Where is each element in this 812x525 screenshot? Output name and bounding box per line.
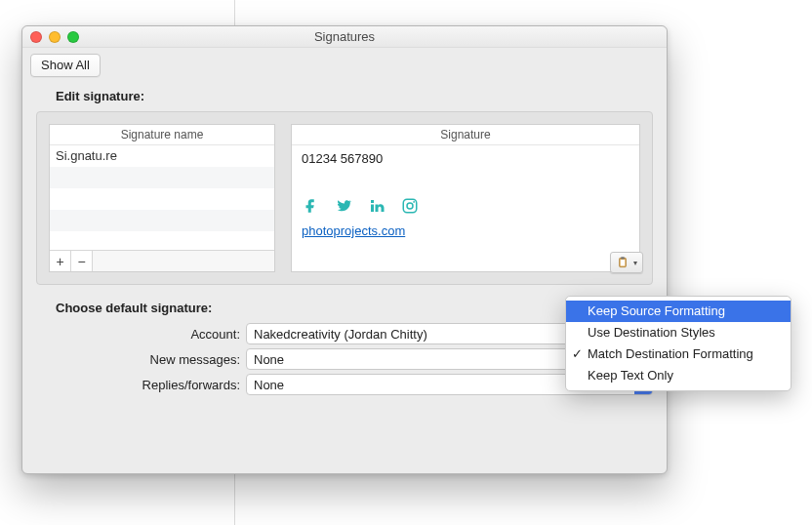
chevron-down-icon: ▾ bbox=[633, 259, 637, 267]
signature-preview-header: Signature bbox=[292, 125, 639, 145]
signature-body[interactable]: 01234 567890 bbox=[292, 145, 639, 271]
svg-rect-5 bbox=[621, 257, 625, 259]
new-messages-row: New messages: None bbox=[36, 348, 653, 370]
toolbar: Show All bbox=[22, 48, 667, 87]
replies-value: None bbox=[254, 378, 284, 392]
add-signature-button[interactable]: + bbox=[50, 251, 71, 271]
account-label: Account: bbox=[36, 327, 246, 342]
show-all-button[interactable]: Show All bbox=[30, 54, 101, 77]
paste-options-button[interactable]: ▾ bbox=[610, 252, 643, 273]
paste-options-menu: Keep Source Formatting Use Destination S… bbox=[565, 296, 792, 391]
linkedin-icon[interactable] bbox=[368, 197, 386, 218]
instagram-icon[interactable] bbox=[401, 197, 419, 218]
choose-default-section: Choose default signature: Account: Naked… bbox=[36, 301, 653, 395]
preferences-window: Signatures Show All Edit signature: Sign… bbox=[21, 25, 668, 474]
replies-row: Replies/forwards: None bbox=[36, 374, 653, 395]
remove-signature-button[interactable]: − bbox=[71, 251, 93, 271]
signature-list: Signature name Si.gnatu.re + − bbox=[49, 124, 275, 272]
account-row: Account: Nakedcreativity (Jordan Chitty) bbox=[36, 323, 653, 344]
menu-item-keep-text-only[interactable]: Keep Text Only bbox=[566, 365, 791, 386]
menu-item-keep-source-formatting[interactable]: Keep Source Formatting bbox=[566, 301, 791, 322]
menu-item-use-destination-styles[interactable]: Use Destination Styles bbox=[566, 322, 791, 343]
svg-point-2 bbox=[413, 201, 415, 203]
signature-list-body[interactable]: Si.gnatu.re bbox=[50, 145, 274, 250]
menu-item-match-destination-formatting[interactable]: ✓ Match Destination Formatting bbox=[566, 343, 791, 365]
menu-item-label: Match Destination Formatting bbox=[588, 346, 753, 361]
check-icon: ✓ bbox=[572, 345, 583, 363]
signature-list-header: Signature name bbox=[50, 125, 274, 145]
signature-phone: 01234 567890 bbox=[302, 151, 629, 166]
menu-item-label: Keep Text Only bbox=[588, 368, 673, 383]
svg-point-1 bbox=[407, 203, 413, 209]
signature-list-footer: + − bbox=[50, 250, 274, 271]
new-messages-value: None bbox=[254, 352, 284, 367]
account-value: Nakedcreativity (Jordan Chitty) bbox=[254, 327, 427, 342]
choose-default-heading: Choose default signature: bbox=[56, 301, 653, 315]
social-icons-row bbox=[302, 197, 629, 218]
facebook-icon[interactable] bbox=[302, 197, 319, 218]
svg-rect-4 bbox=[621, 260, 626, 265]
twitter-icon[interactable] bbox=[335, 197, 352, 218]
menu-item-label: Keep Source Formatting bbox=[588, 303, 725, 318]
edit-signature-panel: Signature name Si.gnatu.re + − Signature… bbox=[36, 111, 653, 285]
edit-signature-heading: Edit signature: bbox=[56, 89, 653, 103]
signature-list-item[interactable]: Si.gnatu.re bbox=[50, 145, 274, 167]
titlebar: Signatures bbox=[22, 26, 667, 48]
menu-item-label: Use Destination Styles bbox=[588, 325, 715, 340]
replies-label: Replies/forwards: bbox=[36, 378, 246, 392]
window-title: Signatures bbox=[22, 29, 667, 44]
signature-preview: Signature 01234 567890 bbox=[291, 124, 640, 272]
signature-link[interactable]: photoprojects.com bbox=[302, 223, 629, 238]
new-messages-label: New messages: bbox=[36, 352, 246, 367]
